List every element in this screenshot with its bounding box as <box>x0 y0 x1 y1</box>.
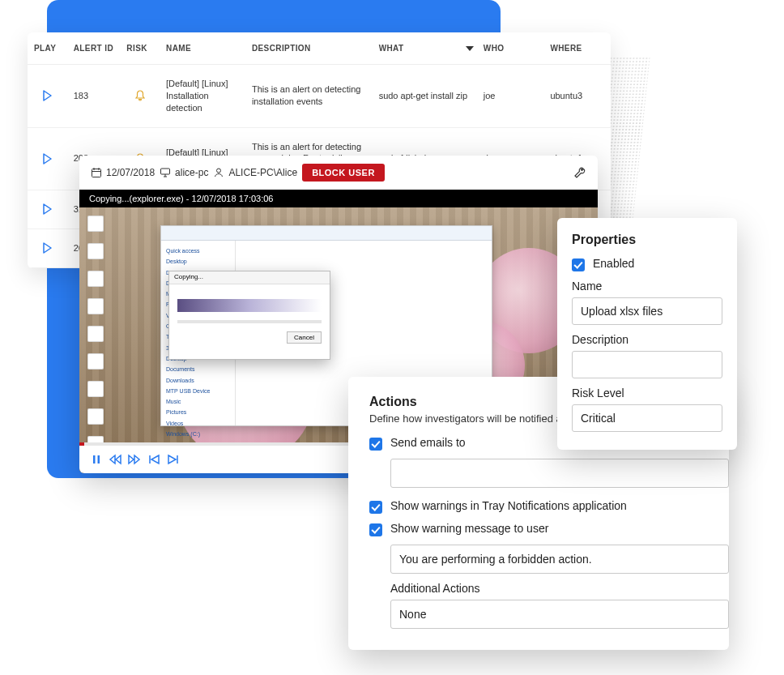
additional-actions-value: None <box>399 608 426 621</box>
forward-button[interactable] <box>128 454 141 465</box>
play-icon <box>41 203 53 215</box>
session-host: alice-pc <box>160 167 208 178</box>
play-icon <box>41 242 53 254</box>
risk-level-label: Risk Level <box>572 387 722 399</box>
send-emails-input[interactable] <box>390 459 729 488</box>
svg-rect-0 <box>92 169 101 177</box>
description-label: Description <box>572 333 722 346</box>
alerts-table-header: PLAY ALERT ID RISK NAME DESCRIPTION WHAT… <box>28 32 611 65</box>
copy-dialog: Copying... Cancel <box>168 271 330 360</box>
svg-point-2 <box>217 169 221 173</box>
user-warning-input[interactable]: You are performing a forbidden action. <box>390 545 729 574</box>
cell-who: joe <box>477 65 544 128</box>
risk-level-value: Critical <box>581 412 616 425</box>
risk-level-select[interactable]: Critical <box>572 404 722 432</box>
play-icon <box>41 90 53 101</box>
cell-what: sudo apt-get install zip <box>373 65 477 128</box>
session-host-value: alice-pc <box>175 167 208 178</box>
header-play[interactable]: PLAY <box>28 32 67 65</box>
name-value: Upload xlsx files <box>581 305 663 318</box>
checkbox-checked-icon[interactable] <box>369 523 382 536</box>
session-user-value: ALICE-PC\Alice <box>228 167 297 178</box>
header-risk[interactable]: RISK <box>120 32 160 65</box>
header-who[interactable]: WHO <box>477 32 544 65</box>
cell-name: [Default] [Linux] Installation detection <box>160 65 245 128</box>
checkbox-checked-icon[interactable] <box>572 258 585 271</box>
enabled-row[interactable]: Enabled <box>572 257 722 271</box>
player-info-bar: 12/07/2018 alice-pc ALICE-PC\Alice BLOCK… <box>79 156 598 190</box>
session-date-value: 12/07/2018 <box>106 167 155 178</box>
properties-panel: Properties Enabled Name Upload xlsx file… <box>557 218 737 450</box>
user-icon <box>213 167 224 178</box>
enabled-label: Enabled <box>593 257 634 270</box>
bell-icon <box>134 90 146 101</box>
user-warning-label: Show warning message to user <box>390 522 548 535</box>
header-description[interactable]: DESCRIPTION <box>245 32 373 65</box>
wrench-icon[interactable] <box>573 166 586 179</box>
tray-warning-label: Show warnings in Tray Notifications appl… <box>390 499 627 512</box>
calendar-icon <box>91 167 102 178</box>
play-button[interactable] <box>28 127 67 190</box>
header-what[interactable]: WHAT <box>373 32 477 65</box>
header-alert-id[interactable]: ALERT ID <box>67 32 121 65</box>
session-date: 12/07/2018 <box>91 167 155 178</box>
skip-forward-button[interactable] <box>167 454 180 465</box>
skip-back-button[interactable] <box>147 454 160 465</box>
monitor-icon <box>160 167 171 178</box>
cell-alert-id: 183 <box>67 65 121 128</box>
cell-description: This is an alert on detecting installati… <box>245 65 373 128</box>
table-row[interactable]: 183 [Default] [Linux] Installation detec… <box>28 65 611 128</box>
desktop-icons <box>87 216 105 473</box>
svg-rect-1 <box>161 169 170 174</box>
name-input[interactable]: Upload xlsx files <box>572 297 722 325</box>
play-button[interactable] <box>28 229 67 267</box>
sort-desc-icon <box>466 46 474 51</box>
header-name[interactable]: NAME <box>160 32 245 65</box>
rewind-button[interactable] <box>109 454 121 465</box>
tray-warning-row[interactable]: Show warnings in Tray Notifications appl… <box>369 499 708 514</box>
block-user-button[interactable]: BLOCK USER <box>302 164 385 182</box>
copy-dialog-cancel: Cancel <box>287 331 322 344</box>
play-button[interactable] <box>28 190 67 229</box>
name-label: Name <box>572 280 722 293</box>
play-button[interactable] <box>28 65 67 128</box>
player-title-bar: Copying...(explorer.exe) - 12/07/2018 17… <box>79 190 598 207</box>
play-icon <box>41 153 53 164</box>
cell-risk <box>120 65 160 128</box>
pause-button[interactable] <box>91 454 102 465</box>
copy-dialog-title: Copying... <box>169 271 330 284</box>
checkbox-checked-icon[interactable] <box>369 438 382 451</box>
additional-actions-select[interactable]: None <box>390 600 729 629</box>
session-user: ALICE-PC\Alice <box>213 167 297 178</box>
header-where[interactable]: WHERE <box>543 32 611 65</box>
checkbox-checked-icon[interactable] <box>369 501 382 514</box>
send-emails-label: Send emails to <box>390 436 466 449</box>
properties-title: Properties <box>572 233 722 247</box>
user-warning-row[interactable]: Show warning message to user <box>369 522 708 536</box>
description-input[interactable] <box>572 351 722 378</box>
cell-where: ubuntu3 <box>543 65 611 128</box>
user-warning-value: You are performing a forbidden action. <box>399 553 592 566</box>
header-what-label: WHAT <box>379 44 404 53</box>
additional-actions-label: Additional Actions <box>390 582 708 595</box>
